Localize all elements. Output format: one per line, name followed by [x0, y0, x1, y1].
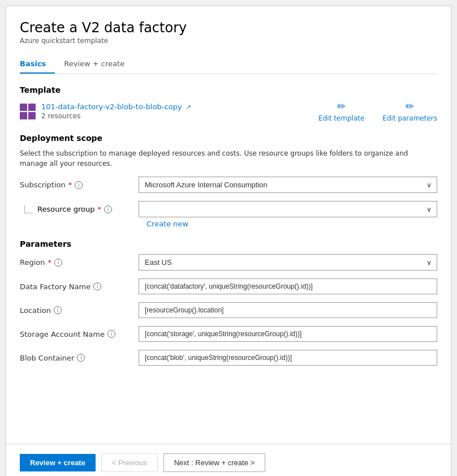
blob-container-input[interactable]: [139, 350, 437, 366]
storage-account-name-row: Storage Account Name i: [20, 326, 437, 342]
previous-button[interactable]: < Previous: [101, 453, 158, 472]
storage-account-name-label-container: Storage Account Name i: [20, 330, 133, 338]
resource-group-select-wrapper: [139, 201, 437, 217]
template-icon: [20, 104, 36, 119]
data-factory-name-row: Data Factory Name i: [20, 278, 437, 294]
data-factory-name-input[interactable]: [139, 278, 437, 294]
storage-account-name-input[interactable]: [139, 326, 437, 342]
subscription-required: *: [68, 181, 72, 189]
rg-corner-indicator: [24, 205, 32, 213]
deployment-scope-section: Deployment scope Select the subscription…: [20, 134, 437, 228]
edit-template-icon: ✏: [337, 100, 346, 112]
template-resources: 2 resources: [41, 112, 191, 120]
icon-cell-3: [20, 112, 27, 119]
resource-group-indent: Resource group * i: [20, 205, 133, 213]
edit-parameters-icon: ✏: [406, 100, 414, 112]
icon-cell-1: [20, 104, 27, 111]
parameters-section: Parameters Region * i East US Data Facto…: [20, 239, 437, 366]
edit-parameters-label: Edit parameters: [382, 114, 437, 122]
template-link-row: 101-data-factory-v2-blob-to-blob-copy ↗: [41, 102, 191, 111]
location-input[interactable]: [139, 302, 437, 318]
next-button[interactable]: Next : Review + create >: [163, 453, 265, 472]
main-content: Create a V2 data factory Azure quickstar…: [6, 6, 451, 444]
edit-parameters-button[interactable]: ✏ Edit parameters: [382, 100, 437, 122]
icon-cell-4: [28, 112, 36, 119]
icon-cell-2: [28, 104, 36, 111]
external-link-icon: ↗: [186, 104, 191, 111]
resource-group-select[interactable]: [139, 201, 437, 217]
template-left: 101-data-factory-v2-blob-to-blob-copy ↗ …: [20, 102, 191, 120]
region-label: Region: [20, 258, 45, 267]
resource-group-label: Resource group: [37, 205, 95, 213]
subscription-row: Subscription * i Microsoft Azure Interna…: [20, 177, 437, 193]
blob-container-info-icon[interactable]: i: [77, 354, 85, 362]
tab-basics[interactable]: Basics: [20, 55, 55, 74]
subscription-label-container: Subscription * i: [20, 181, 133, 189]
blob-container-label-container: Blob Container i: [20, 354, 133, 362]
region-info-icon[interactable]: i: [54, 259, 62, 267]
subscription-info-icon[interactable]: i: [75, 181, 83, 189]
blob-container-row: Blob Container i: [20, 350, 437, 366]
region-select-wrapper: East US: [139, 254, 437, 271]
resource-group-row: Resource group * i: [20, 201, 437, 217]
subscription-select-wrapper: Microsoft Azure Internal Consumption: [139, 177, 437, 193]
footer: Review + create < Previous Next : Review…: [6, 444, 451, 476]
deployment-scope-description: Select the subscription to manage deploy…: [20, 148, 437, 169]
edit-template-button[interactable]: ✏ Edit template: [318, 100, 364, 122]
data-factory-name-label-container: Data Factory Name i: [20, 282, 133, 291]
template-row: 101-data-factory-v2-blob-to-blob-copy ↗ …: [20, 100, 437, 122]
region-required: *: [48, 258, 52, 267]
parameters-section-title: Parameters: [20, 239, 437, 248]
template-section: Template 101-data-factory-v2-blob-to-blo…: [20, 85, 437, 122]
page-title: Create a V2 data factory: [20, 20, 437, 36]
region-label-container: Region * i: [20, 258, 133, 267]
location-label: Location: [20, 306, 51, 315]
data-factory-name-info-icon[interactable]: i: [93, 282, 101, 290]
template-section-title: Template: [20, 85, 437, 95]
edit-template-label: Edit template: [318, 114, 364, 122]
tab-review-create[interactable]: Review + create: [64, 55, 133, 74]
tabs-container: Basics Review + create: [20, 55, 437, 74]
region-row: Region * i East US: [20, 254, 437, 271]
subscription-label: Subscription: [20, 181, 66, 189]
location-label-container: Location i: [20, 306, 133, 315]
storage-account-name-info-icon[interactable]: i: [107, 330, 115, 338]
blob-container-label: Blob Container: [20, 354, 74, 362]
create-new-link[interactable]: Create new: [146, 220, 437, 228]
location-row: Location i: [20, 302, 437, 318]
resource-group-required: *: [98, 205, 102, 213]
resource-group-info-icon[interactable]: i: [104, 205, 112, 213]
storage-account-name-label: Storage Account Name: [20, 330, 105, 338]
location-info-icon[interactable]: i: [54, 306, 62, 314]
page-subtitle: Azure quickstart template: [20, 37, 437, 45]
template-info: 101-data-factory-v2-blob-to-blob-copy ↗ …: [41, 102, 191, 120]
main-window: Create a V2 data factory Azure quickstar…: [6, 6, 451, 476]
region-select[interactable]: East US: [139, 254, 437, 271]
template-actions: ✏ Edit template ✏ Edit parameters: [318, 100, 437, 122]
deployment-scope-title: Deployment scope: [20, 134, 437, 143]
template-link[interactable]: 101-data-factory-v2-blob-to-blob-copy: [41, 102, 182, 111]
review-create-button[interactable]: Review + create: [20, 454, 96, 471]
data-factory-name-label: Data Factory Name: [20, 282, 90, 291]
subscription-select[interactable]: Microsoft Azure Internal Consumption: [139, 177, 437, 193]
